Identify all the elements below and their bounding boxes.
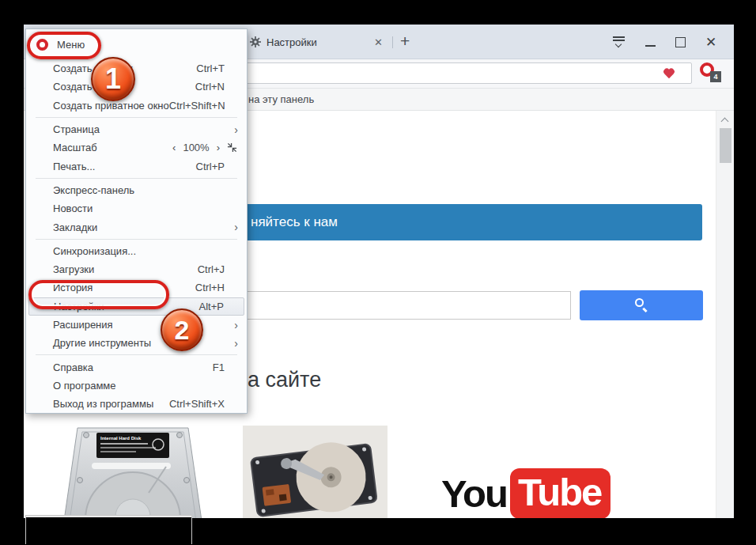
youtube-logo: You Tube <box>441 468 610 518</box>
highlight-oval-settings <box>28 280 169 309</box>
red-gears-icon <box>441 513 536 518</box>
maximize-button[interactable] <box>675 37 686 47</box>
tab-menu-icon[interactable] <box>612 36 626 48</box>
zoom-in-button[interactable]: › <box>217 142 220 153</box>
menu-separator <box>36 117 237 118</box>
tab-title: Настройки <box>266 36 317 48</box>
bookmark-heart-icon[interactable] <box>663 69 675 80</box>
zoom-out-button[interactable]: ‹ <box>172 142 176 153</box>
youtube-tube-text: Tube <box>510 468 610 518</box>
youtube-you-text: You <box>441 471 507 516</box>
zoom-fit-icon[interactable] <box>227 142 237 153</box>
menu-item-speed-dial[interactable]: Экспресс-панель <box>26 181 247 199</box>
menu-item-sync[interactable]: Синхронизация... <box>26 242 247 260</box>
menu-item-exit[interactable]: Выход из программы Ctrl+Shift+X <box>26 395 247 413</box>
menu-item-new-window[interactable]: Создать окно Ctrl+N <box>26 78 247 96</box>
notification-badge: 4 <box>710 71 721 82</box>
open-hdd-photo <box>243 426 387 518</box>
menu-item-page[interactable]: Страница › <box>26 120 247 138</box>
menu-separator <box>36 178 237 179</box>
scroll-up-icon[interactable] <box>721 118 729 126</box>
menu-item-news[interactable]: Новости <box>26 199 247 218</box>
menu-item-bookmarks[interactable]: Закладки › <box>26 218 247 236</box>
bookmarks-bar-hint: на эту панель <box>248 89 314 110</box>
submenu-arrow-icon: › <box>234 123 238 136</box>
highlight-oval-menu <box>27 32 101 59</box>
bottom-cropped-box <box>25 515 192 544</box>
site-search-button[interactable] <box>580 290 703 320</box>
page-scrollbar[interactable] <box>716 111 734 518</box>
menu-item-extensions[interactable]: Расширения › <box>26 316 247 334</box>
step-2-badge: 2 <box>161 308 203 351</box>
svg-text:Internal Hard Disk: Internal Hard Disk <box>100 436 142 441</box>
menu-item-print[interactable]: Печать... Ctrl+P <box>26 157 247 175</box>
join-us-banner[interactable]: няйтесь к нам <box>198 204 702 240</box>
step-1-badge: 1 <box>91 57 135 101</box>
scrollbar-thumb[interactable] <box>720 128 731 163</box>
tab-settings[interactable]: Настройки ✕ <box>244 25 387 59</box>
submenu-arrow-icon: › <box>234 337 238 350</box>
menu-separator <box>36 354 237 355</box>
zoom-level-value: 100% <box>183 142 209 153</box>
opera-sidebar-button[interactable]: 4 <box>700 62 720 83</box>
submenu-arrow-icon: › <box>234 319 238 331</box>
new-tab-button[interactable]: + <box>400 31 410 51</box>
submenu-arrow-icon: › <box>234 221 238 233</box>
gear-icon <box>250 36 261 47</box>
minimize-button[interactable] <box>645 45 656 47</box>
opera-menu-popup: Меню Создать вкладку Ctrl+T Создать окно… <box>25 28 248 414</box>
menu-item-new-tab[interactable]: Создать вкладку Ctrl+T <box>26 59 247 78</box>
menu-item-downloads[interactable]: Загрузки Ctrl+J <box>26 260 247 278</box>
tab-close-icon[interactable]: ✕ <box>374 36 383 48</box>
section-heading: а сайте <box>248 368 321 392</box>
menu-item-about[interactable]: О программе <box>26 377 247 395</box>
site-search-input[interactable] <box>198 291 571 320</box>
search-icon <box>635 298 644 307</box>
menu-separator <box>36 239 237 240</box>
menu-item-help[interactable]: Справка F1 <box>26 358 247 376</box>
menu-item-other-tools[interactable]: Другие инструменты › <box>26 334 247 352</box>
window-close-button[interactable]: ✕ <box>705 34 716 51</box>
menu-item-new-private-window[interactable]: Создать приватное окно Ctrl+Shift+N <box>26 97 247 115</box>
tab-divider <box>392 36 393 48</box>
menu-item-zoom[interactable]: Масштаб ‹ 100% › <box>26 138 247 157</box>
hdd-illustration-image: Internal Hard Disk <box>47 423 217 518</box>
screenshot-root: Настройки ✕ + ✕ 4 на эту панель <box>0 0 756 545</box>
